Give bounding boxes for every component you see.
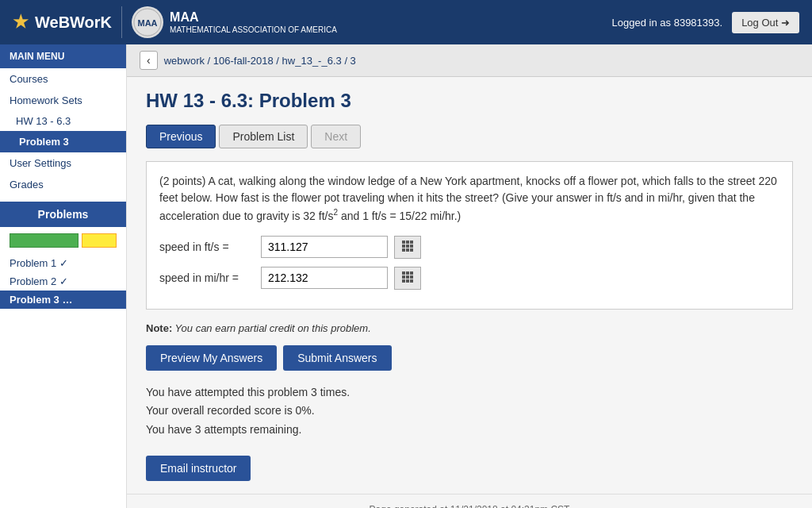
breadcrumb-sep3: / [344,55,350,67]
attempt-info: You have attempted this problem 3 times.… [146,383,793,440]
main-content: ‹ webwork / 106-fall-2018 / hw_13_-_6.3 … [127,44,812,508]
header-left: ★ WeBWorK MAA MAA MATHEMATICAL ASSOCIATI… [13,6,337,38]
note-content: You can earn partial credit on this prob… [175,322,371,334]
problem-list-button[interactable]: Problem List [219,125,308,148]
svg-rect-16 [410,275,413,279]
attempt-line3: You have 3 attempts remaining. [146,421,793,440]
breadcrumb-sep1: / [208,55,213,67]
problem-list-item-3[interactable]: Problem 3 … [0,291,126,309]
sidebar-item-homework-sets[interactable]: Homework Sets [0,90,126,111]
sidebar-item-grades[interactable]: Grades [0,174,126,195]
breadcrumb-problem-num: 3 [350,55,356,67]
svg-rect-17 [402,279,405,283]
maa-full-name: MATHEMATICAL ASSOCIATION OF AMERICA [170,25,337,34]
svg-rect-10 [410,248,413,252]
attempt-line1: You have attempted this problem 3 times. [146,383,793,402]
footer: Page generated at 11/21/2018 at 04:31pm … [127,494,812,508]
svg-rect-18 [406,279,409,283]
breadcrumb-sep2: / [276,55,282,67]
progress-green-bar [10,233,79,248]
speed-mihr-row: speed in mi/hr = [159,267,779,290]
svg-text:MAA: MAA [138,18,158,28]
problem-content-text: (2 points) A cat, walking along the wind… [159,175,777,222]
star-icon: ★ [13,12,29,33]
next-button[interactable]: Next [311,125,361,148]
problem-list-item-1[interactable]: Problem 1 ✓ [0,254,126,272]
footer-text: Page generated at 11/21/2018 at 04:31pm … [370,504,570,508]
progress-yellow-bar [82,233,117,248]
breadcrumb-bar: ‹ webwork / 106-fall-2018 / hw_13_-_6.3 … [127,44,812,77]
svg-rect-15 [406,275,409,279]
sidebar-item-user-settings[interactable]: User Settings [0,152,126,174]
previous-button[interactable]: Previous [146,125,216,148]
svg-rect-9 [406,248,409,252]
svg-rect-19 [410,279,413,283]
problem-area: HW 13 - 6.3: Problem 3 Previous Problem … [127,77,812,494]
svg-rect-12 [406,271,409,275]
note-prefix: Note: [146,322,172,334]
header-right: Logged in as 83981393. Log Out ➜ [612,12,799,33]
problem-title: HW 13 - 6.3: Problem 3 [146,90,793,112]
svg-rect-3 [406,241,409,244]
webwork-logo: ★ WeBWorK [13,12,112,33]
svg-rect-2 [402,241,405,244]
problem-content-mid: and 1 ft/s = 15/22 mi/hr.) [338,210,461,222]
main-menu-label: MAIN MENU [0,44,126,68]
svg-rect-5 [402,244,405,248]
svg-rect-8 [402,248,405,252]
speed-mihr-label: speed in mi/hr = [159,271,255,284]
maa-text: MAA MATHEMATICAL ASSOCIATION OF AMERICA [170,10,337,34]
sidebar-item-problem3[interactable]: Problem 3 [0,131,126,152]
breadcrumb-hw-set[interactable]: 106-fall-2018 [213,55,274,67]
submit-button[interactable]: Submit Answers [283,345,391,371]
preview-button[interactable]: Preview My Answers [146,345,277,371]
webwork-brand: WeBWorK [35,13,112,32]
nav-buttons: Previous Problem List Next [146,125,793,148]
problem-content-box: (2 points) A cat, walking along the wind… [146,161,793,310]
problem-text: (2 points) A cat, walking along the wind… [159,173,779,225]
speed-fts-grid-icon[interactable] [394,236,421,259]
svg-rect-6 [406,244,409,248]
sidebar-item-courses[interactable]: Courses [0,68,126,90]
grid-icon-2 [401,271,414,283]
svg-rect-14 [402,275,405,279]
svg-rect-11 [402,271,405,275]
speed-fts-label: speed in ft/s = [159,241,255,253]
sidebar: MAIN MENU Courses Homework Sets HW 13 - … [0,44,127,508]
back-button[interactable]: ‹ [140,51,158,70]
logout-button[interactable]: Log Out ➜ [732,12,799,33]
maa-logo: MAA MAA MATHEMATICAL ASSOCIATION OF AMER… [121,6,337,38]
speed-fts-input[interactable] [261,236,388,258]
speed-mihr-input[interactable] [261,267,388,289]
attempt-line2: Your overall recorded score is 0%. [146,402,793,421]
svg-rect-7 [410,244,413,248]
breadcrumb-webwork[interactable]: webwork [164,55,205,67]
problems-box-label: Problems [0,202,126,227]
email-instructor-button[interactable]: Email instructor [146,456,251,481]
grid-icon [401,240,414,252]
breadcrumb: webwork / 106-fall-2018 / hw_13_-_6.3 / … [164,55,356,67]
svg-rect-13 [410,271,413,275]
page-layout: MAIN MENU Courses Homework Sets HW 13 - … [0,44,812,508]
speed-fts-row: speed in ft/s = [159,236,779,259]
note-text: Note: You can earn partial credit on thi… [146,322,793,334]
sidebar-item-hw13[interactable]: HW 13 - 6.3 [0,111,126,131]
svg-rect-4 [410,241,413,244]
action-buttons: Preview My Answers Submit Answers [146,345,793,371]
speed-mihr-grid-icon[interactable] [394,267,421,290]
maa-abbr: MAA [170,10,337,25]
header: ★ WeBWorK MAA MAA MATHEMATICAL ASSOCIATI… [0,0,812,44]
problem-list-item-2[interactable]: Problem 2 ✓ [0,272,126,291]
breadcrumb-hw-name[interactable]: hw_13_-_6.3 [282,55,342,67]
maa-circle-icon: MAA [132,6,163,38]
logged-in-label: Logged in as 83981393. [612,17,723,29]
progress-bars [0,227,126,254]
